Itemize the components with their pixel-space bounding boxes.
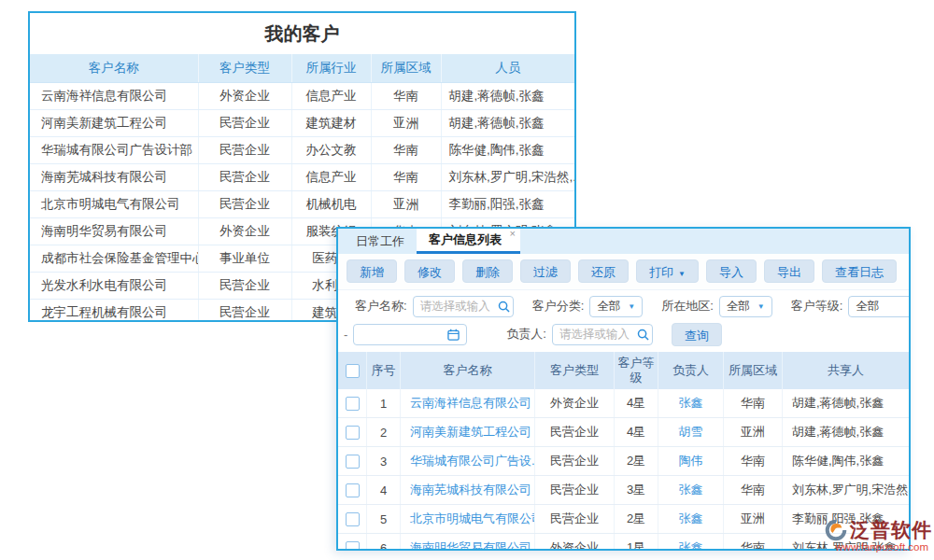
column-header: 客户名称 (30, 54, 198, 83)
column-header: 共享人 (782, 352, 909, 389)
toolbar-button-restore[interactable]: 还原 (578, 259, 629, 283)
shared-cell: 刘东林,罗广明,宋浩然,张鑫 (782, 476, 909, 504)
row-checkbox-cell (338, 534, 366, 551)
table-cell: 事业单位 (198, 245, 291, 273)
row-checkbox[interactable] (346, 512, 360, 526)
toolbar-button-export[interactable]: 导出 (764, 259, 814, 283)
customer-level-cell: 2星 (614, 505, 658, 533)
column-header: 所属区域 (371, 54, 441, 83)
owner-link[interactable]: 张鑫 (658, 505, 723, 533)
owner-link[interactable]: 张鑫 (658, 534, 723, 551)
customer-level-cell: 2星 (614, 447, 658, 475)
table-cell: 民营企业 (198, 300, 291, 323)
table-cell: 民营企业 (198, 273, 291, 300)
tab-bar: 日常工作 客户信息列表 × (338, 229, 909, 254)
customer-name-link[interactable]: 海南芜城科技有限公司 (400, 476, 534, 504)
chevron-down-icon: ▼ (757, 302, 765, 311)
table-cell: 华南 (371, 137, 441, 164)
close-icon[interactable]: × (510, 229, 516, 239)
customer-name-link[interactable]: 华瑞城有限公司广告设... (400, 447, 534, 475)
table-cell: 亚洲 (371, 110, 441, 137)
customer-type-cell: 外资企业 (534, 389, 614, 417)
row-checkbox[interactable] (346, 426, 360, 440)
column-header: 客户类型 (198, 54, 291, 83)
owner-input[interactable]: 请选择或输入 (552, 324, 653, 345)
customer-level-cell: 1星 (614, 534, 658, 551)
customer-name-link[interactable]: 河南美新建筑工程公司 (400, 418, 534, 446)
owner-label: 负责人: (506, 326, 546, 343)
column-header: 序号 (366, 352, 400, 389)
row-checkbox[interactable] (346, 397, 360, 411)
column-header: 客户类型 (534, 352, 614, 389)
table-row: 2河南美新建筑工程公司民营企业4星胡雪亚洲胡建,蒋德帧,张鑫 (338, 418, 909, 447)
row-checkbox-cell (338, 505, 366, 533)
search-icon[interactable] (498, 301, 510, 313)
customer-name-link[interactable]: 海南芜城科技有限公司 (30, 164, 198, 191)
table-cell: 民营企业 (198, 191, 291, 218)
my-customers-header: 客户名称客户类型所属行业所属区域人员 (30, 54, 574, 83)
toolbar-button-view-log[interactable]: 查看日志 (822, 259, 897, 283)
column-header: 所属行业 (291, 54, 371, 83)
table-cell: 民营企业 (198, 137, 291, 164)
column-header: 负责人 (658, 352, 723, 389)
row-checkbox[interactable] (346, 455, 360, 469)
customer-type-cell: 外资企业 (534, 534, 614, 551)
search-icon[interactable] (637, 329, 649, 341)
date-input[interactable] (353, 324, 467, 345)
level-label: 客户等级: (791, 298, 843, 315)
table-cell: 外资企业 (198, 83, 291, 110)
row-number: 2 (366, 418, 400, 446)
customer-name-link[interactable]: 云南海祥信息有限公司 (400, 389, 534, 417)
tab-customer-info-list[interactable]: 客户信息列表 × (417, 229, 520, 254)
calendar-icon[interactable] (447, 329, 460, 341)
customer-name-link[interactable]: 海南明华贸易有限公司 (30, 218, 198, 245)
level-select[interactable]: 全部 ▼ (848, 296, 911, 317)
region-cell: 华南 (723, 476, 782, 504)
customer-name-link[interactable]: 光发水利水电有限公司 (30, 273, 198, 300)
tab-customer-info-list-label: 客户信息列表 (429, 232, 502, 246)
select-all-checkbox[interactable] (346, 364, 360, 378)
customer-name-link[interactable]: 北京市明城电气有限公司 (30, 191, 198, 218)
owner-link[interactable]: 张鑫 (658, 476, 723, 504)
category-select[interactable]: 全部 ▼ (589, 296, 643, 317)
row-checkbox[interactable] (346, 541, 360, 552)
toolbar-button-import[interactable]: 导入 (706, 259, 757, 283)
filter-row-1: 客户名称: 请选择或输入 客户分类: 全部 ▼ 所在地区: 全部 ▼ 客户等级:… (342, 292, 905, 320)
district-label: 所在地区: (661, 298, 714, 315)
toolbar-button-add[interactable]: 新增 (347, 259, 397, 283)
customer-name-link[interactable]: 河南美新建筑工程公司 (30, 110, 198, 137)
toolbar-button-print[interactable]: 打印▼ (636, 259, 699, 283)
row-checkbox-cell (338, 447, 366, 475)
owner-link[interactable]: 胡雪 (658, 418, 723, 446)
customer-name-link[interactable]: 龙宇工程机械有限公司 (30, 300, 198, 323)
customer-name-link[interactable]: 华瑞城有限公司广告设计部 (30, 137, 198, 164)
filter-row-2: - 负责人: 请选择或输入 查询 (342, 320, 905, 348)
column-header: 客户名称 (400, 352, 534, 389)
watermark-url: www.fanpusoft.com (801, 541, 932, 553)
row-checkbox[interactable] (346, 483, 360, 497)
customer-name-link[interactable]: 海南明华贸易有限公司 (400, 534, 534, 551)
table-cell: 民营企业 (198, 164, 291, 191)
shared-cell: 陈华健,陶伟,张鑫 (782, 447, 909, 475)
query-button[interactable]: 查询 (672, 323, 722, 346)
customer-name-link[interactable]: 云南海祥信息有限公司 (30, 83, 198, 110)
owner-link[interactable]: 张鑫 (658, 389, 723, 417)
tab-daily-work[interactable]: 日常工作 (344, 230, 417, 254)
toolbar-button-edit[interactable]: 修改 (404, 259, 455, 283)
table-cell: 机械机电 (291, 191, 371, 218)
customer-name-input[interactable]: 请选择或输入 (413, 296, 514, 317)
shared-cell: 胡建,蒋德帧,张鑫 (782, 418, 909, 446)
customer-name-link[interactable]: 成都市社会保险基金管理中心 (30, 245, 198, 273)
owner-link[interactable]: 陶伟 (658, 447, 723, 475)
table-cell: 亚洲 (371, 191, 441, 218)
select-all-cell (338, 352, 366, 389)
category-label: 客户分类: (532, 298, 585, 315)
table-cell: 民营企业 (198, 110, 291, 137)
customer-info-window: 日常工作 客户信息列表 × 新增修改删除过滤还原打印▼导入导出查看日志 客户名称… (336, 227, 911, 551)
district-select[interactable]: 全部 ▼ (719, 296, 772, 317)
table-row: 1云南海祥信息有限公司外资企业4星张鑫华南胡建,蒋德帧,张鑫 (338, 389, 909, 418)
toolbar-button-delete[interactable]: 删除 (462, 259, 513, 283)
customer-name-link[interactable]: 北京市明城电气有限公司 (400, 505, 534, 533)
table-cell: 胡建,蒋德帧,张鑫 (441, 110, 574, 137)
toolbar-button-filter[interactable]: 过滤 (520, 259, 571, 283)
